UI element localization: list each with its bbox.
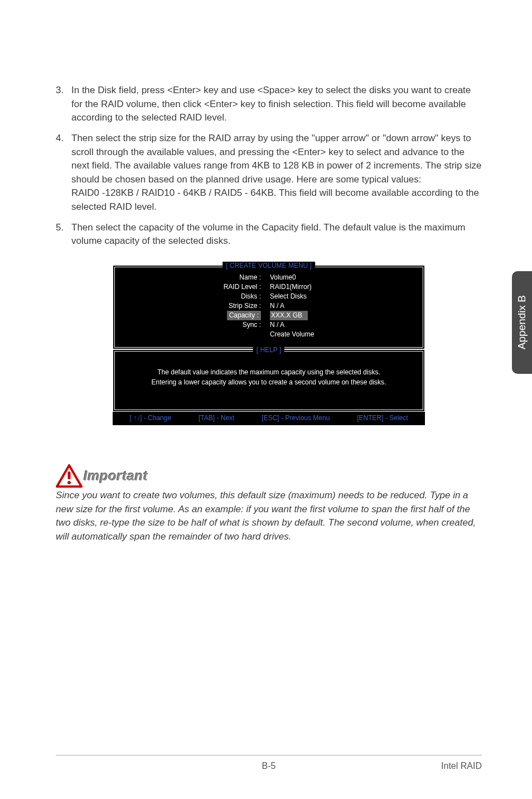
- value-capacity: XXX.X GB: [270, 311, 314, 320]
- important-block: Important Since you want to create two v…: [56, 464, 482, 544]
- list-item-4: 4. Then select the strip size for the RA…: [71, 132, 482, 214]
- value-disks: Select Disks: [270, 292, 314, 301]
- label-blank: [224, 330, 261, 339]
- important-label: Important: [84, 468, 148, 484]
- value-raid-level: RAID1(Mirror): [270, 282, 314, 292]
- label-name: Name :: [224, 273, 261, 282]
- help-frame: [ HELP ] The default value indicates the…: [113, 349, 425, 412]
- list-item-3: 3. In the Disk field, press <Enter> key …: [71, 84, 482, 125]
- warning-icon: [56, 464, 83, 488]
- label-sync: Sync :: [224, 320, 261, 330]
- value-strip-size: N / A: [270, 301, 314, 311]
- value-name: Volume0: [270, 273, 314, 282]
- footer-change: [ ↑↓] - Change: [129, 414, 171, 422]
- create-volume-title: [ CREATE VOLUME MENU ]: [223, 262, 315, 269]
- list-number: 3.: [56, 84, 64, 98]
- create-volume-frame: [ CREATE VOLUME MENU ] Name : RAID Level…: [113, 265, 425, 349]
- value-sync: N / A: [270, 320, 314, 330]
- list-text: Then select the strip size for the RAID …: [71, 133, 481, 212]
- footer-enter: [ENTER] - Select: [357, 414, 408, 422]
- important-text: Since you want to create two volumes, th…: [56, 489, 482, 544]
- label-strip-size: Strip Size :: [224, 301, 261, 311]
- list-item-5: 5. Then select the capacity of the volum…: [71, 221, 482, 248]
- bios-footer: [ ↑↓] - Change [TAB] - Next [ESC] - Prev…: [113, 412, 425, 425]
- page-footer: B-5 Intel RAID: [56, 755, 482, 771]
- help-title: [ HELP ]: [253, 346, 284, 354]
- section-name: Intel RAID: [441, 761, 482, 771]
- value-create-volume: Create Volume: [270, 330, 314, 339]
- footer-esc: [ESC] - Previous Menu: [262, 414, 330, 422]
- list-text: Then select the capacity of the volume i…: [71, 222, 466, 247]
- label-raid-level: RAID Level :: [224, 282, 261, 292]
- svg-point-2: [67, 481, 71, 484]
- footer-tab: [TAB] - Next: [199, 414, 234, 422]
- label-disks: Disks :: [224, 292, 261, 301]
- side-tab: Appendix B: [512, 271, 532, 374]
- svg-rect-1: [68, 471, 71, 479]
- help-text: The default value indicates the maximum …: [124, 367, 414, 387]
- label-capacity: Capacity :: [224, 311, 261, 320]
- bios-panel: [ CREATE VOLUME MENU ] Name : RAID Level…: [113, 265, 425, 425]
- list-number: 5.: [56, 221, 64, 235]
- side-tab-label: Appendix B: [516, 295, 528, 349]
- page-number: B-5: [262, 761, 276, 771]
- list-number: 4.: [56, 132, 64, 146]
- list-text: In the Disk field, press <Enter> key and…: [71, 85, 471, 123]
